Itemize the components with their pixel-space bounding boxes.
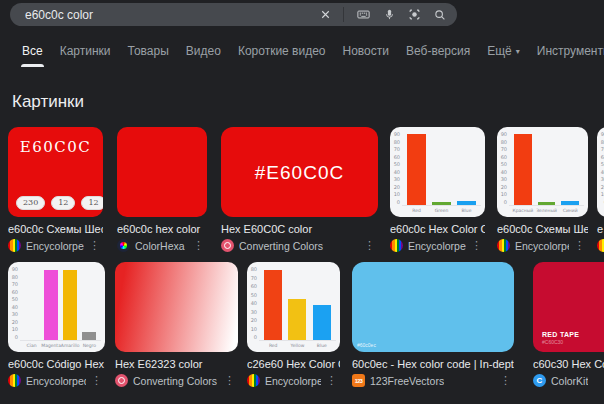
tab-shopping[interactable]: Товары bbox=[128, 44, 169, 67]
rgb-bar-chart: 9080706050403020100 bbox=[600, 130, 604, 215]
more-options-icon[interactable]: ⋮ bbox=[500, 374, 514, 387]
convertingcolors-favicon bbox=[221, 239, 234, 252]
result-title[interactable]: Hex E60C0C color bbox=[221, 223, 378, 235]
more-options-icon[interactable]: ⋮ bbox=[91, 374, 105, 387]
swatch-hex-label: E60C0C bbox=[8, 138, 103, 156]
result-source[interactable]: Encycolorpedia bbox=[265, 375, 321, 387]
more-options-icon[interactable]: ⋮ bbox=[574, 239, 588, 252]
tab-images[interactable]: Картинки bbox=[60, 44, 111, 67]
result-title[interactable]: e60c0c Схемы Шес... bbox=[497, 223, 588, 235]
chart-x-label: Magenta bbox=[41, 341, 60, 350]
search-bar[interactable]: e60c0c color bbox=[10, 3, 457, 26]
colorhexa-favicon bbox=[117, 239, 130, 252]
result-source[interactable]: Encycolorpedia bbox=[26, 240, 84, 252]
encycolorpedia-favicon bbox=[597, 239, 604, 252]
chart-x-label: Красный bbox=[511, 206, 535, 215]
result-thumbnail[interactable]: 9080706050403020100CianMagentaAmarilloNe… bbox=[8, 262, 105, 352]
chart-x-label: Negro bbox=[80, 341, 99, 350]
result-title[interactable]: e bbox=[597, 223, 604, 235]
tab-tools[interactable]: Инструменты▾ bbox=[537, 44, 604, 67]
tab-all[interactable]: Все bbox=[22, 44, 43, 67]
result-thumbnail[interactable]: 9080706050403020100RedGreenBlue bbox=[390, 127, 485, 217]
clear-search-icon[interactable] bbox=[319, 8, 332, 21]
result-thumbnail[interactable]: 80706050403020100RedYellowBlue bbox=[247, 262, 340, 352]
chart-y-axis: 9080706050403020100 bbox=[600, 130, 604, 215]
result-source[interactable]: Converting Colors bbox=[239, 240, 323, 252]
voice-search-icon[interactable] bbox=[383, 7, 396, 22]
result-title[interactable]: 60c0ec - Hex color code | In-depth Col..… bbox=[352, 358, 514, 370]
result-source-row: Encycolorpedia ⋮ bbox=[247, 374, 340, 387]
tab-web[interactable]: Веб-версия bbox=[406, 44, 470, 67]
image-result-card: 9080706050403020100CianMagentaAmarilloNe… bbox=[8, 262, 105, 387]
more-options-icon[interactable]: ⋮ bbox=[326, 374, 340, 387]
encycolorpedia-favicon bbox=[390, 239, 403, 252]
colorkit-favicon: C bbox=[533, 374, 546, 387]
search-icon[interactable] bbox=[433, 8, 447, 22]
chart-bar bbox=[514, 134, 532, 205]
result-title[interactable]: c26e60 Hex Color C... bbox=[247, 358, 340, 370]
keyboard-icon[interactable] bbox=[355, 7, 372, 22]
chart-x-label: Red bbox=[261, 341, 285, 350]
tab-more[interactable]: Ещё▾ bbox=[487, 44, 520, 67]
result-title[interactable]: Hex E62323 color bbox=[115, 358, 238, 370]
tab-videos[interactable]: Видео bbox=[186, 44, 221, 67]
result-thumbnail[interactable]: E60C0C 230 12 12 bbox=[8, 127, 103, 217]
image-result-card: e60c0c hex color ColorHexa ⋮ bbox=[117, 127, 207, 252]
result-title[interactable]: e60c0c hex color bbox=[117, 223, 207, 235]
chart-x-label: Зеленый bbox=[535, 206, 559, 215]
result-source[interactable]: Encycolorpedia bbox=[408, 240, 466, 252]
chart-x-label: Blue bbox=[310, 341, 334, 350]
result-source[interactable]: Converting Colors bbox=[133, 375, 217, 387]
search-input[interactable]: e60c0c color bbox=[25, 8, 319, 22]
result-source-row: Encycolorpedia ⋮ bbox=[8, 374, 105, 387]
chart-bar bbox=[44, 270, 58, 340]
tab-news[interactable]: Новости bbox=[343, 44, 389, 67]
result-title[interactable]: e60c0c Схемы Шес... bbox=[8, 223, 103, 235]
chart-bar bbox=[561, 201, 579, 205]
result-source-row: Converting Colors ⋮ bbox=[115, 374, 238, 387]
result-thumbnail[interactable] bbox=[117, 127, 207, 217]
image-result-card: Hex E62323 color Converting Colors ⋮ bbox=[115, 262, 238, 387]
result-source-row bbox=[597, 239, 604, 252]
result-source[interactable]: Encycolorpedia bbox=[26, 375, 86, 387]
result-thumbnail[interactable]: #60c0ec bbox=[352, 262, 514, 352]
result-thumbnail[interactable]: 9080706050403020100 bbox=[597, 127, 604, 217]
chart-x-label: Синий bbox=[558, 206, 582, 215]
result-thumbnail[interactable]: #E60C0C bbox=[221, 127, 378, 217]
result-source-row: Encycolorpedia ⋮ bbox=[8, 239, 103, 252]
chart-bar bbox=[264, 270, 282, 340]
result-source[interactable]: ColorKit bbox=[551, 375, 588, 387]
google-lens-icon[interactable] bbox=[407, 7, 422, 22]
search-bar-divider bbox=[343, 7, 344, 22]
rgb-bar-chart: 9080706050403020100КрасныйЗеленыйСиний bbox=[500, 130, 584, 215]
more-options-icon[interactable]: ⋮ bbox=[193, 239, 207, 252]
result-title[interactable]: c60c30 Hex Color (S bbox=[533, 358, 604, 370]
more-options-icon[interactable]: ⋮ bbox=[471, 239, 485, 252]
more-options-icon[interactable]: ⋮ bbox=[364, 239, 378, 252]
result-title[interactable]: e60c0c Hex Color C... bbox=[390, 223, 485, 235]
image-result-card: E60C0C 230 12 12 e60c0c Схемы Шес... Enc… bbox=[8, 127, 103, 252]
image-result-card: 9080706050403020100 e bbox=[597, 127, 604, 252]
more-options-icon[interactable]: ⋮ bbox=[89, 239, 103, 252]
rgb-bar-chart: 9080706050403020100RedGreenBlue bbox=[393, 130, 481, 215]
encycolorpedia-favicon bbox=[8, 239, 21, 252]
chart-x-label: Cian bbox=[22, 341, 41, 350]
result-source[interactable]: 123FreeVectors bbox=[370, 375, 444, 387]
result-thumbnail[interactable] bbox=[115, 262, 238, 352]
tab-short-videos[interactable]: Короткие видео bbox=[238, 44, 326, 67]
chart-x-label: Amarillo bbox=[61, 341, 80, 350]
convertingcolors-favicon bbox=[115, 374, 128, 387]
result-thumbnail[interactable]: RED TAPE #C60C30 bbox=[533, 262, 604, 352]
swatch-name-label: RED TAPE #C60C30 bbox=[542, 330, 579, 346]
chart-y-axis: 80706050403020100 bbox=[250, 265, 259, 350]
more-options-icon[interactable]: ⋮ bbox=[224, 374, 238, 387]
chart-bar bbox=[63, 270, 77, 340]
encycolorpedia-favicon bbox=[8, 374, 21, 387]
result-thumbnail[interactable]: 9080706050403020100КрасныйЗеленыйСиний bbox=[497, 127, 588, 217]
chart-x-label: Red bbox=[404, 206, 429, 215]
encycolorpedia-favicon bbox=[497, 239, 510, 252]
result-title[interactable]: e60c0c Código Hex ... bbox=[8, 358, 105, 370]
swatch-hex-label: #60c0ec bbox=[357, 342, 376, 348]
result-source[interactable]: Encycolorpedia bbox=[515, 240, 569, 252]
result-source[interactable]: ColorHexa bbox=[135, 240, 185, 252]
